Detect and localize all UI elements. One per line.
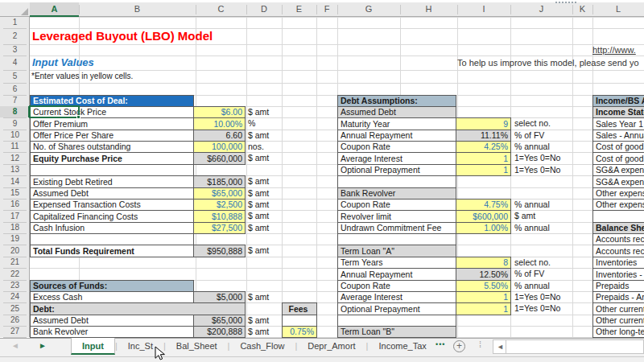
column-header-D[interactable]: D <box>246 4 282 14</box>
debt_table-value-input[interactable]: 1 <box>456 152 511 165</box>
row-header-10[interactable]: 10 <box>0 130 30 141</box>
deal_table-value-input[interactable]: $65,000 <box>193 187 246 200</box>
fees-blank-cell[interactable] <box>282 315 317 327</box>
debt_table-value-input[interactable]: 1.00% <box>456 222 511 234</box>
more-sheets-ellipsis-icon[interactable]: ••• <box>436 340 445 348</box>
row-header-11[interactable]: 11 <box>0 141 30 152</box>
column-header-H[interactable]: H <box>400 4 457 14</box>
selected-cell-outline[interactable] <box>29 105 80 118</box>
row-header-3[interactable]: 3 <box>0 44 30 56</box>
tab-scroll-splitter-icon[interactable]: ⁞ <box>479 339 481 349</box>
debt_table-label[interactable]: Undrawn Commitment Fee <box>337 222 456 234</box>
income-bs-label[interactable]: Other expens <box>592 199 644 211</box>
deal_table-label[interactable]: No. of Shares outstanding <box>30 141 194 153</box>
deal_table-label[interactable]: Existing Debt Retired <box>30 175 194 188</box>
row-header-7[interactable]: 7 <box>0 95 30 106</box>
deal_table-value-calc[interactable]: 6.60 <box>193 130 246 142</box>
debt_table-subheader[interactable]: Bank Revolver <box>337 187 456 200</box>
row-header-20[interactable]: 20 <box>0 245 30 257</box>
income-bs-label[interactable]: Other current <box>592 315 644 327</box>
debt_table-label[interactable]: Coupon Rate <box>337 280 456 292</box>
debt_table-value-calc[interactable]: 12.50% <box>456 268 511 281</box>
column-header-E[interactable]: E <box>282 4 316 14</box>
row-header-21[interactable]: 21 <box>0 257 30 268</box>
row-header-24[interactable]: 24 <box>0 291 30 302</box>
sources_table-label[interactable]: Assumed Debt <box>30 315 194 327</box>
income-bs-label[interactable]: Inventories <box>592 257 644 269</box>
tab-nav-prev-icon[interactable]: ◄ <box>11 341 19 350</box>
debt_table-value-input[interactable]: 9 <box>456 117 511 130</box>
debt_table-value-input[interactable]: 1 <box>456 291 511 303</box>
deal_table-label[interactable]: Expensed Transaction Costs <box>30 199 194 211</box>
deal_table-value-input[interactable]: 100,000 <box>193 141 246 153</box>
row-header-16[interactable]: 16 <box>0 199 30 210</box>
income-bs-label[interactable]: Accounts rec <box>592 233 644 245</box>
sheet-tab-income_tax[interactable]: Income_Tax <box>368 338 436 355</box>
income-bs-label[interactable]: SG&A expens <box>592 164 644 176</box>
income-bs-label[interactable]: Other long-te <box>592 326 644 338</box>
deal_table-label[interactable]: Offer Premium <box>30 117 194 130</box>
row-header-14[interactable]: 14 <box>0 175 30 187</box>
row-header-25[interactable]: 25 <box>0 302 30 315</box>
sheet-tab-cash_flow[interactable]: Cash_Flow <box>229 338 295 355</box>
sheet-tab-depr_amort[interactable]: Depr_Amort <box>297 338 365 355</box>
debt_table-label[interactable]: Coupon Rate <box>337 141 456 153</box>
horizontal-scrollbar[interactable] <box>493 339 644 354</box>
debt_table-value-input[interactable]: 1 <box>456 302 511 315</box>
deal_table-blank-cell[interactable] <box>30 164 194 176</box>
row-header-9[interactable]: 9 <box>0 117 30 130</box>
debt_table-label[interactable]: Average Interest <box>337 291 456 303</box>
debt_table-label[interactable]: Maturity Year <box>337 117 456 130</box>
debt_table-value-input[interactable]: 4.25% <box>456 141 511 153</box>
sheet-tab-bal_sheet[interactable]: Bal_Sheet <box>166 338 228 355</box>
deal_table-label[interactable]: Cash Infusion <box>30 222 194 234</box>
debt_table-value-input[interactable]: 1 <box>456 164 511 176</box>
column-header-L[interactable]: L <box>592 4 644 14</box>
row-header-19[interactable]: 19 <box>0 233 30 245</box>
income-bs-subheader[interactable]: Balance Shee <box>592 222 644 234</box>
column-header-A[interactable]: A <box>30 4 79 14</box>
debt_table-label[interactable]: Annual Repayment <box>337 268 456 281</box>
row-header-5[interactable]: 5 <box>0 70 30 83</box>
row-header-8[interactable]: 8 <box>0 106 30 117</box>
sources-table-header[interactable]: Sources of Funds: <box>30 280 194 292</box>
sheet-tab-input[interactable]: Input <box>71 338 115 355</box>
row-header-12[interactable]: 12 <box>0 152 30 164</box>
deal_table-value-input[interactable]: $10,888 <box>193 210 246 223</box>
income-bs-label[interactable]: Sales - Annua <box>592 130 644 142</box>
fill-handle[interactable] <box>76 115 80 119</box>
fees-value-input[interactable]: 0.75% <box>282 326 317 338</box>
row-header-26[interactable]: 26 <box>0 315 30 326</box>
debt_table-label[interactable]: Average Interest <box>337 152 456 165</box>
sources_table-value-calc[interactable]: $65,000 <box>193 315 246 327</box>
debt_table-subheader[interactable]: Term Loan "B" <box>337 326 456 338</box>
row-header-15[interactable]: 15 <box>0 187 30 199</box>
row-header-17[interactable]: 17 <box>0 210 30 222</box>
sources_table-label[interactable]: Excess Cash <box>30 291 194 303</box>
deal_table-value-input[interactable]: $27,500 <box>193 222 246 234</box>
row-header-22[interactable]: 22 <box>0 268 30 280</box>
income-bs-label[interactable]: Cost of good <box>592 141 644 153</box>
deal_table-value-input[interactable]: 10.00% <box>193 117 246 130</box>
sources_table-value-calc[interactable]: $5,000 <box>193 291 246 303</box>
debt_table-blank-cell[interactable] <box>337 315 456 327</box>
sources-table-subheader[interactable]: Debt: <box>30 302 246 315</box>
income-bs-header[interactable]: Income/BS A <box>592 95 644 107</box>
income-bs-label[interactable]: Prepaids <box>592 280 644 292</box>
deal_table-label[interactable]: Equity Purchase Price <box>30 152 194 165</box>
row-header-1[interactable]: 1 <box>0 17 30 28</box>
debt_table-label[interactable]: Optional Prepayment <box>337 302 456 315</box>
deal_table-value-calc[interactable]: $950,888 <box>193 245 246 257</box>
column-header-G[interactable]: G <box>337 4 400 14</box>
column-header-C[interactable]: C <box>196 4 246 14</box>
deal_table-blank-cell[interactable] <box>30 233 194 245</box>
deal_table-label[interactable]: Total Funds Requirement <box>30 245 194 257</box>
row-header-4[interactable]: 4 <box>0 56 30 70</box>
sources_table-value-calc[interactable]: $200,888 <box>193 326 246 338</box>
income-bs-label[interactable]: Inventories - <box>592 268 644 281</box>
row-header-23[interactable]: 23 <box>0 280 30 291</box>
debt_table-blank-cell[interactable] <box>337 175 456 188</box>
column-header-K[interactable]: K <box>572 4 592 14</box>
sheet-subtitle[interactable]: Input Values <box>32 56 193 70</box>
tab-nav-next-icon[interactable]: ► <box>39 341 47 350</box>
